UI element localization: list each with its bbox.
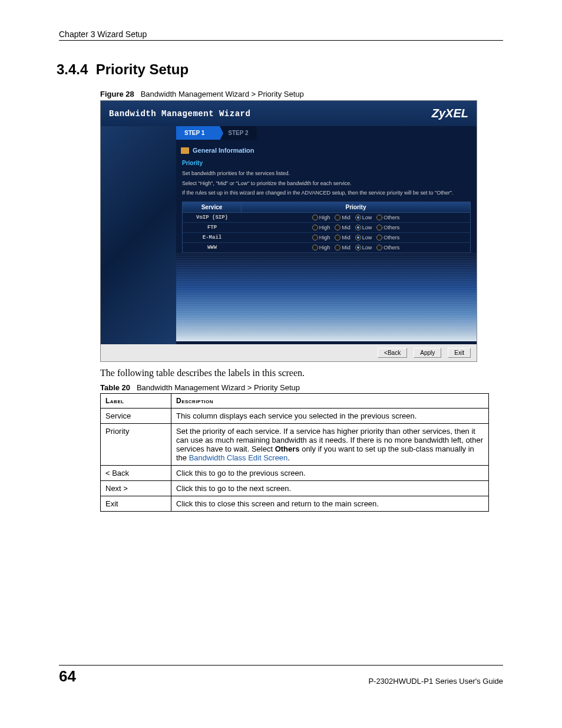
radio-low-label: Low: [362, 235, 372, 241]
radio-others-label: Others: [384, 235, 399, 241]
radio-high[interactable]: [312, 215, 318, 220]
table-caption-prefix: Table 20: [100, 383, 130, 392]
priority-table-header: Service Priority: [182, 202, 471, 213]
cell-label: < Back: [101, 466, 171, 481]
radio-high[interactable]: [312, 225, 318, 230]
figure-caption: Figure 28 Bandwidth Management Wizard > …: [100, 90, 503, 98]
radio-others-label: Others: [384, 215, 399, 220]
priority-options: High Mid Low Others: [242, 233, 470, 242]
radio-mid[interactable]: [335, 215, 340, 220]
section-number: 3.4.4: [57, 61, 88, 77]
step-arrow-icon: [213, 126, 220, 140]
wizard-subhead: General Information: [178, 143, 477, 156]
radio-high-label: High: [319, 215, 330, 220]
exit-button[interactable]: Exit: [448, 348, 471, 358]
radio-mid[interactable]: [335, 235, 340, 241]
radio-others-label: Others: [384, 225, 399, 230]
cell-label: Exit: [101, 496, 171, 512]
priority-options: High Mid Low Others: [242, 223, 470, 232]
wizard-left-decoration: [101, 126, 176, 344]
radio-low[interactable]: [355, 235, 361, 241]
wizard-gradient-filler: [176, 253, 477, 341]
wizard-window: Bandwidth Management Wizard ZyXEL STEP 1…: [100, 100, 477, 362]
col-header-service: Service: [183, 202, 242, 212]
table-row: FTP High Mid Low Others: [182, 223, 471, 233]
back-button[interactable]: <Back: [378, 348, 407, 358]
service-cell: WWW: [183, 243, 242, 252]
radio-low[interactable]: [355, 215, 361, 220]
section-title: 3.4.4 Priority Setup: [57, 61, 503, 78]
radio-low-label: Low: [362, 225, 372, 230]
radio-high[interactable]: [312, 245, 318, 251]
description-table: Label Description Service This column di…: [100, 393, 489, 512]
radio-others-label: Others: [384, 245, 399, 251]
cell-label: Priority: [101, 424, 171, 466]
table-row: Next > Click this to go to the next scre…: [101, 481, 489, 496]
table-row: < Back Click this to go to the previous …: [101, 466, 489, 481]
wizard-title-text: Bandwidth Management Wizard: [109, 109, 250, 118]
radio-high-label: High: [319, 245, 330, 251]
guide-reference: P-2302HWUDL-P1 Series User's Guide: [368, 677, 503, 686]
radio-others[interactable]: [376, 245, 382, 251]
cell-desc: Click this to close this screen and retu…: [171, 496, 489, 512]
figure-label-prefix: Figure 28: [100, 90, 134, 98]
brand-logo: ZyXEL: [432, 107, 468, 120]
table-caption-text: Bandwidth Management Wizard > Priority S…: [137, 383, 300, 392]
wizard-footer: <Back Apply Exit: [101, 344, 477, 361]
table-header-row: Label Description: [101, 394, 489, 409]
folder-icon: [181, 147, 189, 154]
service-cell: VoIP (SIP): [183, 213, 242, 222]
radio-low[interactable]: [355, 225, 361, 230]
radio-high-label: High: [319, 235, 330, 241]
table-row: E-Mail High Mid Low Others: [182, 233, 471, 243]
body-paragraph: The following table describes the labels…: [100, 368, 503, 378]
wizard-subhead-text: General Information: [193, 147, 254, 154]
figure-label-text: Bandwidth Management Wizard > Priority S…: [141, 90, 304, 98]
step-2-tab[interactable]: STEP 2: [220, 126, 256, 140]
wizard-body: STEP 1 STEP 2 General Information Priori…: [101, 126, 477, 344]
wizard-instruction-2: Select "High", "Mid" or "Low" to priorit…: [182, 180, 471, 187]
radio-high-label: High: [319, 225, 330, 230]
wizard-main: STEP 1 STEP 2 General Information Priori…: [176, 126, 477, 344]
wizard-instruction-3: If the rules set up in this wizard are c…: [182, 189, 471, 197]
cell-desc: Set the priority of each service. If a s…: [171, 424, 489, 466]
step-1-tab[interactable]: STEP 1: [176, 126, 213, 140]
th-description: Description: [171, 394, 489, 409]
page-footer: 64 P-2302HWUDL-P1 Series User's Guide: [59, 665, 503, 686]
priority-options: High Mid Low Others: [242, 243, 470, 252]
radio-others[interactable]: [376, 225, 382, 230]
desc-bold: Others: [275, 444, 300, 453]
cell-desc: Click this to go to the next screen.: [171, 481, 489, 496]
chapter-header: Chapter 3 Wizard Setup: [59, 29, 503, 41]
service-cell: E-Mail: [183, 233, 242, 242]
apply-button[interactable]: Apply: [414, 348, 441, 358]
desc-link[interactable]: Bandwidth Class Edit Screen: [189, 453, 288, 462]
table-caption: Table 20 Bandwidth Management Wizard > P…: [100, 383, 503, 392]
cell-desc: This column displays each service you se…: [171, 409, 489, 424]
table-row: VoIP (SIP) High Mid Low Others: [182, 213, 471, 223]
radio-high[interactable]: [312, 235, 318, 241]
cell-label: Service: [101, 409, 171, 424]
cell-label: Next >: [101, 481, 171, 496]
radio-others[interactable]: [376, 235, 382, 241]
radio-mid-label: Mid: [342, 235, 351, 241]
priority-options: High Mid Low Others: [242, 213, 470, 222]
page-number: 64: [59, 667, 76, 686]
step-bar: STEP 1 STEP 2: [176, 126, 477, 140]
section-heading: Priority Setup: [96, 61, 189, 77]
radio-mid[interactable]: [335, 225, 340, 230]
radio-low-label: Low: [362, 245, 372, 251]
radio-mid-label: Mid: [342, 225, 351, 230]
table-row: Priority Set the priority of each servic…: [101, 424, 489, 466]
wizard-instruction-1: Set bandwidth priorities for the service…: [182, 170, 471, 177]
radio-mid-label: Mid: [342, 245, 351, 251]
radio-low[interactable]: [355, 245, 361, 251]
th-label: Label: [101, 394, 171, 409]
radio-low-label: Low: [362, 215, 372, 220]
desc-post: .: [287, 453, 290, 462]
wizard-title-bar: Bandwidth Management Wizard ZyXEL: [101, 101, 477, 126]
radio-others[interactable]: [376, 215, 382, 220]
radio-mid[interactable]: [335, 245, 340, 251]
table-row: WWW High Mid Low Others: [182, 243, 471, 253]
radio-mid-label: Mid: [342, 215, 351, 220]
